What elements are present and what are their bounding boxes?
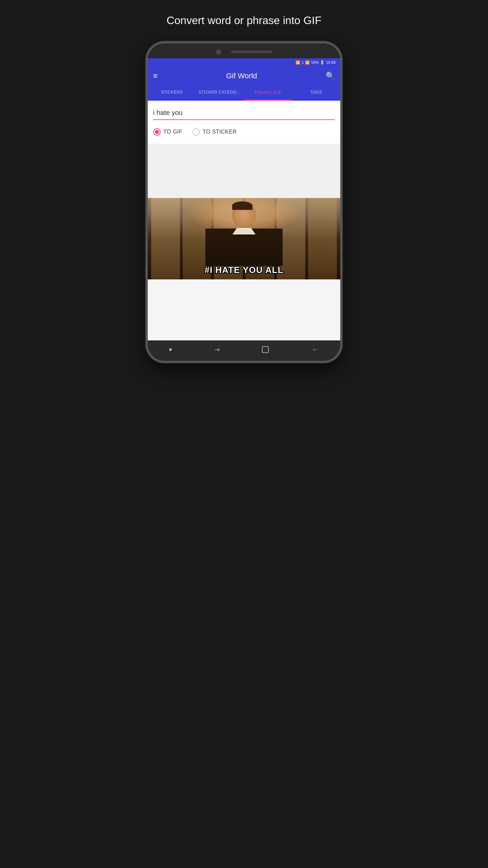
translate-content: TO GIF TO STICKER [148, 101, 340, 144]
recent-apps-button[interactable]: ⇥ [215, 346, 220, 353]
home-button[interactable] [169, 348, 172, 351]
to-gif-radio-circle [153, 128, 161, 136]
front-camera [216, 50, 221, 54]
tab-tags[interactable]: TAGS [292, 85, 340, 101]
tab-stickers[interactable]: STICKERS [148, 85, 196, 101]
apps-button[interactable] [262, 346, 269, 353]
tab-sticker-categories[interactable]: STICKER CATEGORIES [196, 85, 244, 101]
gif-caption-text: #I HATE YOU ALL [148, 265, 340, 275]
phone-nav-bar: ⇥ ← [148, 340, 340, 361]
phone-screen: 📶 1 📶 53% 🔋 15:58 ≡ Gif World 🔍 STICKERS… [148, 58, 340, 340]
status-icons: 📶 1 📶 53% 🔋 15:58 [296, 60, 336, 65]
search-icon[interactable]: 🔍 [326, 72, 335, 80]
page-headline: Convert word or phrase into GIF [166, 14, 321, 28]
text-input-container [153, 106, 335, 120]
tab-bar: STICKERS STICKER CATEGORIES TRANSLATE TA… [148, 85, 340, 101]
radio-group: TO GIF TO STICKER [153, 125, 335, 138]
to-gif-label: TO GIF [163, 129, 182, 135]
status-bar: 📶 1 📶 53% 🔋 15:58 [148, 58, 340, 67]
battery-icon: 🔋 [320, 60, 325, 65]
phone-top-bezel [148, 43, 340, 58]
to-sticker-label: TO STICKER [203, 129, 237, 135]
to-sticker-radio[interactable]: TO STICKER [192, 128, 237, 136]
gif-second-result [148, 279, 340, 340]
to-gif-radio-dot [155, 130, 159, 134]
gif-loading-area [148, 144, 340, 198]
back-button[interactable]: ← [311, 345, 319, 354]
phone-speaker [231, 51, 272, 53]
to-sticker-radio-circle [192, 128, 200, 136]
gif-image-result[interactable]: #I HATE YOU ALL [148, 198, 340, 279]
wifi-icon: 📶 [296, 60, 300, 65]
translate-text-input[interactable] [153, 106, 335, 119]
tab-translate[interactable]: TRANSLATE [244, 85, 292, 101]
phone-frame: 📶 1 📶 53% 🔋 15:58 ≡ Gif World 🔍 STICKERS… [146, 41, 342, 363]
clock: 15:58 [326, 60, 336, 64]
app-title: Gif World [226, 72, 257, 80]
hamburger-menu-icon[interactable]: ≡ [153, 72, 158, 80]
gif-person-image: #I HATE YOU ALL [148, 198, 340, 279]
signal-icon: 📶 [305, 60, 310, 65]
battery-percent: 53% [311, 60, 319, 64]
to-gif-radio[interactable]: TO GIF [153, 128, 182, 136]
network-icon: 1 [302, 60, 304, 64]
app-bar: ≡ Gif World 🔍 [148, 67, 340, 85]
